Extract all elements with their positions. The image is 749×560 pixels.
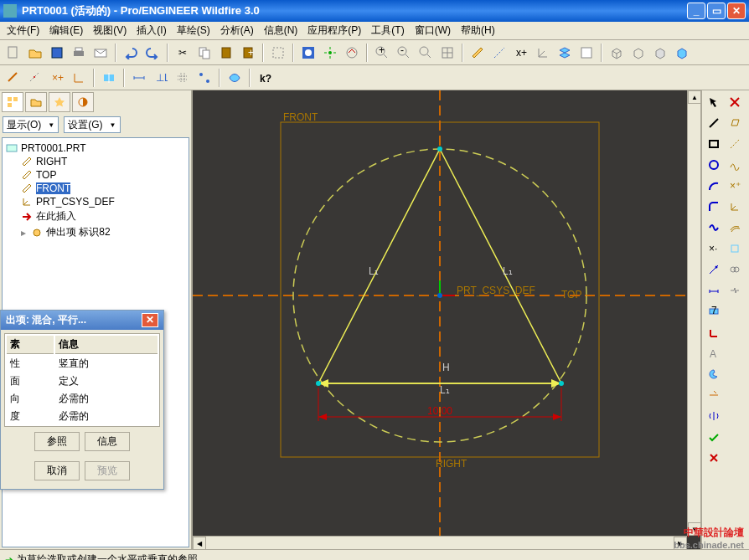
dimension-tool[interactable]	[704, 280, 724, 301]
break-tool[interactable]	[725, 280, 745, 301]
dialog-titlebar[interactable]: 出项: 混合, 平行... ✕	[1, 311, 163, 330]
spin-center-icon[interactable]	[320, 43, 340, 63]
print-icon[interactable]	[69, 43, 89, 63]
menu-help[interactable]: 帮助(H)	[456, 22, 500, 39]
menu-file[interactable]: 文件(F)	[2, 22, 44, 39]
orient-icon[interactable]	[342, 43, 362, 63]
palette-tool[interactable]	[704, 364, 724, 384]
offset-edge-tool[interactable]	[725, 218, 745, 238]
menu-window[interactable]: 窗口(W)	[410, 22, 456, 39]
view-manager-icon[interactable]	[576, 43, 597, 63]
text-tool[interactable]: A	[704, 343, 724, 363]
modify-tool[interactable]: 7	[704, 301, 724, 321]
tree-node-csys[interactable]: PRT_CSYS_DEF	[6, 195, 185, 208]
mirror-tool[interactable]	[704, 406, 724, 426]
datum-point-icon[interactable]: x+	[511, 43, 531, 63]
cut-icon[interactable]: ✂	[173, 43, 193, 63]
refit-icon[interactable]	[437, 43, 457, 63]
centerline-tool[interactable]	[725, 134, 745, 154]
tree-node-front[interactable]: FRONT	[6, 182, 185, 195]
constraint-tool[interactable]	[704, 322, 724, 342]
line-tool[interactable]	[704, 113, 724, 133]
datum-axis-icon[interactable]	[489, 43, 509, 63]
help-icon[interactable]: k?	[255, 68, 275, 88]
close-button[interactable]: ✕	[727, 3, 746, 19]
new-icon[interactable]	[3, 43, 23, 63]
zoom-in-icon[interactable]: +	[372, 43, 392, 63]
menu-tools[interactable]: 工具(T)	[366, 22, 409, 39]
select-tool[interactable]	[704, 92, 724, 112]
minimize-button[interactable]: _	[687, 3, 705, 19]
table-row[interactable]: 面定义	[7, 373, 158, 389]
fillet-tool[interactable]	[704, 197, 724, 217]
repaint-icon[interactable]	[298, 43, 318, 63]
table-row[interactable]: 性竖直的	[7, 356, 158, 372]
sketch-axis-icon[interactable]	[25, 68, 45, 88]
constraint-display-icon[interactable]: ⊥L	[151, 68, 171, 88]
select-rect-icon[interactable]	[268, 43, 288, 63]
sketch-shade-icon[interactable]	[225, 68, 245, 88]
datum-plane-icon[interactable]	[467, 43, 488, 63]
cancel-button[interactable]: 取消	[34, 461, 80, 480]
point-tool[interactable]: ×⁺	[725, 176, 745, 196]
expand-icon[interactable]: ▸	[21, 227, 26, 239]
done-tool[interactable]	[704, 427, 724, 447]
menu-sketch[interactable]: 草绘(S)	[172, 22, 215, 39]
tab-favorites[interactable]	[49, 92, 70, 112]
canvas-scrollbar-h[interactable]: ◀ ▶	[193, 536, 687, 549]
mail-icon[interactable]	[90, 43, 111, 63]
save-icon[interactable]	[47, 43, 67, 63]
table-row[interactable]: 度必需的	[7, 408, 158, 424]
canvas-scrollbar-v[interactable]: ▲ ▼	[687, 90, 700, 536]
tab-model-tree[interactable]	[2, 92, 23, 112]
tangent-tool[interactable]	[704, 259, 724, 280]
sketch-point-icon[interactable]: ×+	[47, 68, 67, 88]
sketch-csys-icon[interactable]	[69, 68, 89, 88]
chain-tool[interactable]	[725, 259, 745, 280]
circle-tool[interactable]	[704, 155, 724, 175]
tab-connections[interactable]	[72, 92, 94, 112]
use-edge-tool[interactable]	[725, 239, 745, 259]
menu-info[interactable]: 信息(N)	[259, 22, 303, 39]
tree-root[interactable]: PRT0001.PRT	[6, 141, 185, 155]
trim-tool[interactable]	[704, 385, 724, 405]
settings-dropdown[interactable]: 设置(G)	[64, 116, 120, 133]
paste-icon[interactable]	[216, 43, 236, 63]
rectangle-tool[interactable]	[704, 134, 724, 154]
dim-display-icon[interactable]	[129, 68, 149, 88]
menu-view[interactable]: 视图(V)	[88, 22, 132, 39]
dimension-value[interactable]: 10.00	[427, 405, 452, 417]
wireframe-icon[interactable]	[607, 43, 627, 63]
zoom-out-icon[interactable]: -	[394, 43, 414, 63]
grid-display-icon[interactable]	[173, 68, 193, 88]
open-icon[interactable]	[25, 43, 45, 63]
no-hidden-icon[interactable]	[650, 43, 670, 63]
menu-analysis[interactable]: 分析(A)	[215, 22, 259, 39]
info-button[interactable]: 信息	[85, 432, 130, 451]
menu-insert[interactable]: 插入(I)	[132, 22, 171, 39]
arc-tool[interactable]	[704, 176, 724, 196]
menu-app[interactable]: 应用程序(P)	[302, 22, 366, 39]
quit-tool[interactable]	[704, 448, 724, 468]
copy-icon[interactable]	[194, 43, 214, 63]
tree-node-right[interactable]: RIGHT	[6, 155, 185, 168]
hidden-line-icon[interactable]	[628, 43, 648, 63]
tree-node-insert-here[interactable]: 在此插入	[6, 208, 185, 224]
table-row[interactable]: 向必需的	[7, 391, 158, 407]
show-dropdown[interactable]: 显示(O)	[3, 116, 59, 133]
layers-icon[interactable]	[555, 43, 575, 63]
csys-tool[interactable]	[725, 197, 745, 217]
maximize-button[interactable]: ▭	[707, 3, 726, 19]
zoom-fit-icon[interactable]	[416, 43, 436, 63]
shaded-icon[interactable]	[672, 43, 692, 63]
parallelogram-tool[interactable]	[725, 113, 745, 133]
menu-edit[interactable]: 编辑(E)	[44, 22, 88, 39]
coord-point-tool[interactable]: ×·	[704, 239, 724, 259]
graphics-canvas[interactable]: FRONT TOP RIGHT L₁ L₁ L₁ H	[193, 90, 700, 549]
references-button[interactable]: 参照	[34, 432, 80, 451]
tree-node-top[interactable]: TOP	[6, 168, 185, 182]
spline-tool[interactable]	[725, 155, 745, 175]
sketch-plane-icon[interactable]	[3, 68, 23, 88]
dialog-close-icon[interactable]: ✕	[142, 313, 158, 327]
redo-icon[interactable]	[142, 43, 163, 63]
